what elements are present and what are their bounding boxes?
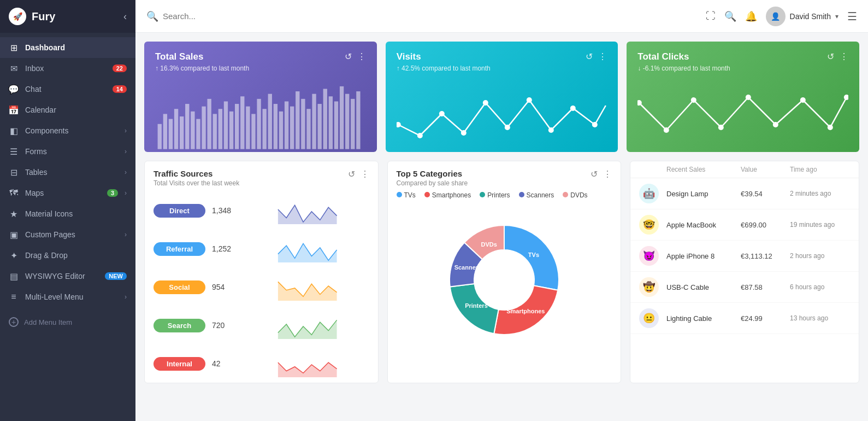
- sidebar-item-dashboard[interactable]: ⊞ Dashboard: [0, 37, 135, 58]
- label-forms: Forms: [25, 147, 118, 156]
- badge-inbox: 22: [113, 65, 127, 72]
- table-row: 🤠 USB-C Cable €87.58 6 hours ago: [630, 272, 859, 303]
- label-custom-pages: Custom Pages: [25, 230, 118, 239]
- rs-value: €39.54: [741, 190, 790, 198]
- visits-subtitle: ↑ 42.5% compared to last month: [397, 65, 491, 72]
- svg-point-38: [417, 133, 422, 138]
- rs-col-avatar: [639, 166, 666, 173]
- rs-col-name: Recent Sales: [666, 166, 741, 173]
- chevron-forms: ›: [125, 148, 127, 155]
- svg-point-55: [844, 95, 848, 100]
- traffic-menu-icon[interactable]: ⋮: [361, 169, 369, 179]
- content-area: Total Sales ↑ 16.3% compared to last mon…: [135, 33, 868, 421]
- svg-point-42: [504, 125, 510, 130]
- sidebar-item-calendar[interactable]: 📅 Calendar: [0, 100, 135, 120]
- header: 🔍 ⛶ 🔍 🔔 👤 David Smith ▾ ☰: [135, 0, 868, 33]
- svg-rect-11: [219, 109, 222, 149]
- rs-name: Design Lamp: [666, 190, 741, 198]
- top5-header: Top 5 Categories Compared by sale share …: [388, 161, 621, 191]
- sidebar-item-multi-level[interactable]: ≡ Multi-Level Menu ›: [0, 286, 135, 307]
- search-header-icon[interactable]: 🔍: [724, 10, 736, 22]
- svg-marker-59: [278, 320, 337, 339]
- total-clicks-refresh[interactable]: ↺: [827, 51, 834, 62]
- table-row: 😈 Apple iPhone 8 €3,113.12 2 hours ago: [630, 241, 859, 272]
- donut-label-dvds: DVDs: [481, 241, 497, 248]
- top5-refresh-icon[interactable]: ↺: [591, 169, 598, 179]
- icon-chat: 💬: [9, 84, 19, 94]
- label-components: Components: [25, 126, 118, 135]
- label-dashboard: Dashboard: [25, 43, 127, 52]
- table-row: 🤖 Design Lamp €39.54 2 minutes ago: [630, 178, 859, 209]
- icon-wysiwyg: ▤: [9, 271, 19, 281]
- chevron-custom-pages: ›: [125, 231, 127, 238]
- icon-material-icons: ★: [9, 209, 19, 219]
- search-icon: 🔍: [146, 10, 158, 22]
- sidebar-item-inbox[interactable]: ✉ Inbox 22: [0, 58, 135, 79]
- svg-rect-14: [235, 104, 239, 149]
- visits-menu[interactable]: ⋮: [598, 51, 607, 62]
- total-clicks-menu[interactable]: ⋮: [840, 51, 848, 62]
- svg-rect-20: [268, 94, 272, 149]
- rs-time: 6 hours ago: [790, 283, 850, 291]
- traffic-value-referral: 1,252: [212, 244, 239, 253]
- svg-point-49: [691, 97, 696, 103]
- traffic-refresh-icon[interactable]: ↺: [348, 169, 355, 179]
- top5-panel: Top 5 Categories Compared by sale share …: [387, 161, 622, 383]
- svg-rect-24: [290, 107, 294, 149]
- svg-rect-33: [340, 86, 344, 149]
- sidebar-item-maps[interactable]: 🗺 Maps 3›: [0, 183, 135, 203]
- traffic-value-direct: 1,348: [212, 206, 239, 215]
- sidebar-toggle[interactable]: ‹: [123, 11, 127, 22]
- user-section[interactable]: 👤 David Smith ▾: [766, 7, 839, 26]
- search-input[interactable]: [163, 11, 699, 21]
- top5-menu-icon[interactable]: ⋮: [603, 169, 612, 179]
- svg-point-53: [800, 97, 806, 103]
- legend-item-scanners: Scanners: [519, 191, 554, 199]
- svg-point-46: [592, 122, 597, 127]
- app-logo[interactable]: 🚀 Fury: [9, 8, 55, 25]
- badge-chat: 14: [113, 85, 127, 93]
- fullscreen-icon[interactable]: ⛶: [706, 10, 716, 22]
- donut-label-tvs: TVs: [528, 252, 539, 258]
- sidebar-item-components[interactable]: ◧ Components ›: [0, 120, 135, 141]
- visits-refresh[interactable]: ↺: [586, 51, 593, 62]
- svg-rect-19: [263, 109, 267, 149]
- hamburger-icon[interactable]: ☰: [847, 10, 857, 23]
- legend-item-tvs: TVs: [397, 191, 416, 199]
- sidebar-item-custom-pages[interactable]: ▣ Custom Pages ›: [0, 224, 135, 245]
- traffic-item-direct: Direct 1,348: [145, 191, 378, 230]
- svg-point-44: [548, 127, 553, 133]
- total-sales-card: Total Sales ↑ 16.3% compared to last mon…: [144, 42, 377, 152]
- svg-rect-16: [246, 107, 250, 149]
- sidebar-item-chat[interactable]: 💬 Chat 14: [0, 79, 135, 100]
- traffic-item-referral: Referral 1,252: [145, 230, 378, 268]
- sidebar-item-drag-drop[interactable]: ✦ Drag & Drop: [0, 245, 135, 266]
- user-chevron-icon: ▾: [835, 13, 839, 20]
- svg-rect-10: [213, 114, 217, 149]
- sidebar-item-tables[interactable]: ⊟ Tables ›: [0, 162, 135, 183]
- total-sales-refresh[interactable]: ↺: [345, 51, 352, 62]
- svg-rect-7: [196, 119, 200, 149]
- icon-components: ◧: [9, 126, 19, 136]
- app-name: Fury: [32, 10, 55, 23]
- sidebar-item-forms[interactable]: ☰ Forms ›: [0, 141, 135, 162]
- svg-rect-29: [318, 104, 322, 149]
- notification-icon[interactable]: 🔔: [745, 10, 757, 22]
- label-material-icons: Material Icons: [25, 209, 127, 218]
- legend-dot-dvds: [563, 192, 568, 197]
- sparkline-search: [246, 312, 369, 339]
- svg-rect-23: [285, 101, 288, 149]
- table-row: 😐 Lighting Cable €24.99 13 hours ago: [630, 303, 859, 334]
- rs-avatar: 🤖: [639, 184, 659, 203]
- sidebar-item-wysiwyg[interactable]: ▤ WYSIWYG Editor NEW: [0, 266, 135, 286]
- svg-point-40: [460, 130, 466, 136]
- rs-avatar: 🤓: [639, 215, 659, 235]
- user-name: David Smith: [790, 12, 831, 21]
- sidebar-item-material-icons[interactable]: ★ Material Icons: [0, 203, 135, 224]
- icon-inbox: ✉: [9, 63, 19, 73]
- header-actions: ⛶ 🔍 🔔 👤 David Smith ▾ ☰: [706, 7, 857, 26]
- total-sales-menu[interactable]: ⋮: [357, 51, 366, 62]
- svg-point-51: [746, 95, 751, 100]
- total-clicks-chart: [637, 81, 848, 152]
- add-menu-item[interactable]: + Add Menu Item: [0, 312, 135, 332]
